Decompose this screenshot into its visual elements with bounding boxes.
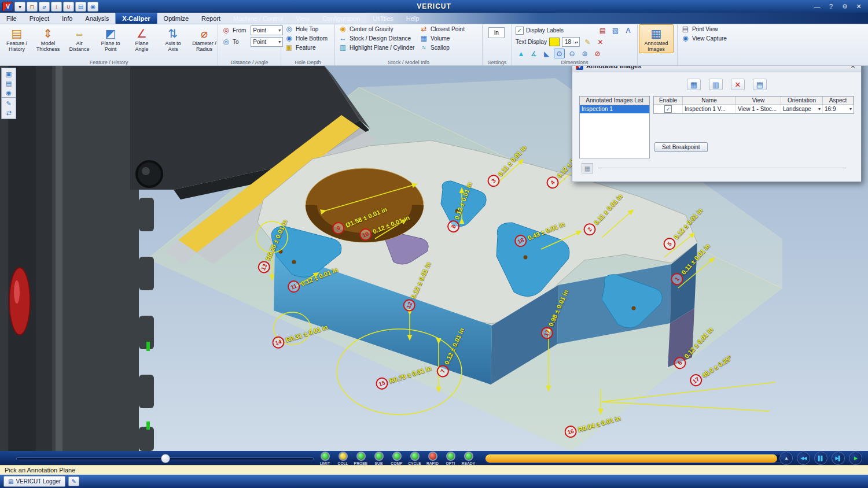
menu-project[interactable]: Project: [23, 13, 56, 24]
menu-analysis[interactable]: Analysis: [79, 13, 115, 24]
delete-all-icon[interactable]: ⊘: [592, 49, 603, 58]
label-leader-icon[interactable]: ▤: [597, 25, 608, 35]
group-label: Stock / Model Info: [335, 60, 482, 65]
capture-tool-icon[interactable]: ◉: [4, 88, 13, 97]
plane-annotation-icon[interactable]: ▲: [516, 49, 527, 58]
list-item-inspection-1[interactable]: Inspection 1: [580, 105, 649, 113]
delete-image-button[interactable]: ✕: [731, 79, 745, 90]
plane-angle-button[interactable]: ∠Plane Angle: [126, 24, 157, 53]
orientation-select[interactable]: Landscape ▾: [781, 105, 823, 113]
quick-pin-button[interactable]: ↕: [51, 2, 62, 12]
timeline-slider[interactable]: [16, 457, 314, 460]
highlight-plane-cylinder-button[interactable]: ▥Highlight Plane / Cylinder: [339, 44, 415, 51]
enable-checkbox[interactable]: ✓: [664, 105, 672, 113]
circle-annotation-icon[interactable]: ⊙: [554, 49, 565, 58]
add-dimension-icon[interactable]: ⊕: [579, 49, 590, 58]
volume-button[interactable]: ▦Volume: [420, 35, 473, 42]
aspect-ratio-select[interactable]: 16:9 ▾: [823, 105, 854, 113]
minimize-button[interactable]: —: [810, 1, 824, 12]
text-color-icon[interactable]: ✎: [582, 37, 593, 47]
quick-magnet-button[interactable]: ∪: [63, 2, 74, 12]
vericut-logger-button[interactable]: ▤ VERICUT Logger: [3, 476, 65, 487]
font-size-stepper[interactable]: 18 ▴▾: [562, 37, 580, 47]
hole-top-button[interactable]: ◎Hole Top: [285, 25, 328, 33]
label-font-icon[interactable]: A: [623, 25, 634, 35]
quick-capture-button[interactable]: ◉: [87, 2, 98, 12]
app-menu-button[interactable]: V: [2, 2, 13, 12]
menu-configuration[interactable]: Configuration: [316, 13, 366, 24]
button-label: Highlight Plane / Cylinder: [350, 45, 414, 51]
highlight-plane-icon: ▥: [339, 44, 347, 51]
quick-gauge-button[interactable]: ⌀: [39, 2, 50, 12]
table-row[interactable]: ✓ Inspection 1 V... View 1 - Stoc... Lan…: [654, 105, 854, 113]
text-color-swatch[interactable]: [549, 38, 560, 46]
model-thickness-button[interactable]: ⇕Model Thickness: [32, 24, 64, 53]
menu-utilities[interactable]: Utilities: [366, 13, 399, 24]
feature-button[interactable]: ▣Feature: [285, 44, 328, 51]
plane-to-point-button[interactable]: ◩Plane to Point: [95, 24, 126, 53]
closest-point-icon: ⇄: [420, 25, 428, 33]
view-capture-button[interactable]: ◉ View Capture: [681, 35, 727, 42]
image-preview-icon[interactable]: ▦: [582, 163, 593, 173]
group-label: Hole Depth: [281, 60, 334, 65]
menu-machine-control[interactable]: Machine / Control: [227, 13, 289, 24]
status-light-rapid: RAPID: [424, 452, 442, 465]
set-breakpoint-button[interactable]: Set Breakpoint: [654, 142, 708, 152]
menu-report[interactable]: Report: [195, 13, 227, 24]
add-image-button[interactable]: ▦: [687, 79, 701, 90]
logger-edit-button[interactable]: ✎: [68, 476, 79, 486]
stop-button[interactable]: ▲: [779, 452, 793, 465]
quick-panel-button[interactable]: ▤: [75, 2, 86, 12]
closest-point-button[interactable]: ⇄Closest Point: [420, 25, 473, 33]
help-button[interactable]: ?: [824, 1, 838, 12]
center-of-gravity-button[interactable]: ◉Center of Gravity: [339, 25, 415, 33]
scallop-button[interactable]: ≈Scallop: [420, 44, 473, 51]
air-distance-button[interactable]: ⇔Air Distance: [64, 24, 95, 53]
display-tool-icon[interactable]: ▣: [4, 70, 13, 78]
menu-help[interactable]: Help: [400, 13, 426, 24]
app-menu-chevron[interactable]: ▾: [14, 2, 25, 12]
axis-to-axis-button[interactable]: ⇅Axis to Axis: [157, 24, 189, 53]
label-box-icon[interactable]: ▧: [610, 25, 621, 35]
to-point-select[interactable]: Point ▾: [251, 37, 283, 47]
arc-annotation-icon[interactable]: ∡: [528, 49, 539, 58]
window-controls: —?⚙✕: [810, 1, 868, 12]
feature-history-button[interactable]: ▤Feature / History: [1, 24, 32, 53]
menu-file[interactable]: File: [0, 13, 23, 24]
quick-caliper-button[interactable]: ⊓: [27, 2, 38, 12]
annotate-tool-icon[interactable]: ✎: [4, 99, 13, 108]
close-button[interactable]: ✕: [852, 1, 866, 12]
timeline-slider-handle[interactable]: [161, 454, 170, 463]
units-field[interactable]: in: [488, 27, 505, 38]
stepper-arrows-icon[interactable]: ▴▾: [573, 40, 579, 44]
export-image-button[interactable]: ▤: [753, 79, 767, 90]
menu-info[interactable]: Info: [56, 13, 79, 24]
step-button[interactable]: ▶▌: [832, 452, 845, 465]
font-size-value: 18: [565, 39, 571, 45]
text-delete-icon[interactable]: ✕: [595, 37, 606, 47]
stock-design-distance-button[interactable]: ↔Stock / Design Distance: [339, 35, 415, 42]
play-button[interactable]: ▶: [849, 452, 862, 465]
remove-dimension-icon[interactable]: ⊖: [567, 49, 578, 58]
settings-button[interactable]: ⚙: [838, 1, 852, 12]
diameter-radius-button[interactable]: ⌀Diameter / Radius: [189, 24, 220, 53]
ribbon-group-annotated-images: ▦ Annotated Images: [638, 24, 678, 65]
rewind-button[interactable]: ◀◀: [797, 452, 810, 465]
layers-tool-icon[interactable]: ▤: [4, 79, 13, 87]
menu-x-caliper[interactable]: X-Caliper: [115, 13, 157, 24]
column-header-aspect-ratio: Aspect Ratio: [823, 97, 854, 105]
display-labels-checkbox[interactable]: ✓: [516, 27, 524, 35]
menu-view[interactable]: View: [289, 13, 316, 24]
button-label: Axis to Axis: [165, 40, 181, 53]
print-view-button[interactable]: ▤ Print View: [681, 25, 727, 33]
hole-bottom-button[interactable]: ◉Hole Bottom: [285, 35, 328, 42]
ribbon: ▤Feature / History⇕Model Thickness⇔Air D…: [0, 24, 868, 66]
export-tool-icon[interactable]: ⇄: [4, 109, 13, 117]
annotated-images-button[interactable]: ▦ Annotated Images: [639, 24, 674, 53]
angle-annotation-icon[interactable]: ◣: [541, 49, 552, 58]
copy-image-button[interactable]: ▥: [709, 79, 723, 90]
menu-optimize[interactable]: Optimize: [157, 13, 195, 24]
annotated-images-table: EnableNameViewOrientationAspect Ratio ✓ …: [653, 96, 854, 114]
from-point-select[interactable]: Point ▾: [251, 25, 283, 35]
pause-button[interactable]: ▌▌: [814, 452, 827, 465]
